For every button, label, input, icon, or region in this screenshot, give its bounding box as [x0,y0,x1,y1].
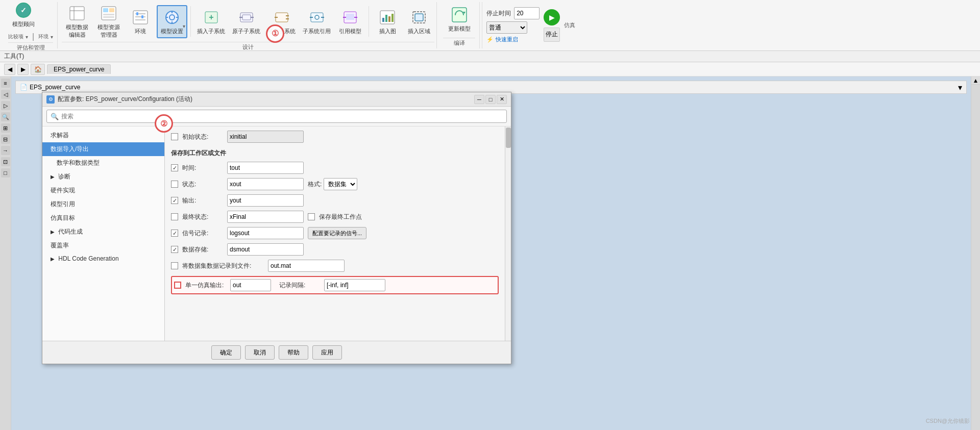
sidebar-btn-3[interactable]: ▷ [1,101,10,110]
stop-time-input[interactable] [514,7,540,19]
final-state-row: 最终状态: 保存最终工作点 [171,211,499,223]
config-dialog: ⚙ 配置参数: EPS_power_curve/Configuration (活… [42,92,511,364]
nav-tab-eps[interactable]: EPS_power_curve [47,64,111,74]
initial-state-checkbox[interactable] [171,133,178,140]
insert-chart-btn[interactable]: 插入图 [372,6,403,37]
stop-button[interactable]: 停止 [544,28,560,42]
nav-item-hdl[interactable]: ▶ HDL Code Generation [42,252,164,265]
data-store-checkbox[interactable] [171,246,178,253]
sidebar-btn-2[interactable]: ◁ [1,90,10,99]
sidebar-btn-8[interactable]: ⊡ [1,157,10,166]
signal-log-input[interactable] [227,227,304,239]
save-final-workspace-checkbox[interactable] [308,213,315,220]
state-label: 状态: [182,180,223,189]
nav-item-diagnostics[interactable]: ▶ 诊断 [42,170,164,184]
final-state-checkbox[interactable] [171,213,178,220]
signal-log-checkbox[interactable] [171,230,178,237]
update-model-btn[interactable]: 更新模型 [443,4,475,35]
help-button[interactable]: 帮助 [279,345,308,360]
nav-item-hw-impl[interactable]: 硬件实现 [42,184,164,197]
svg-rect-2 [70,7,84,20]
apply-button[interactable]: 应用 [312,345,342,360]
dialog-search-bar: 🔍 [42,107,511,127]
nav-item-model-ref[interactable]: 模型引用 [42,197,164,211]
sidebar-btn-5[interactable]: ⊞ [1,123,10,133]
output-label: 输出: [182,196,223,205]
dataset-file-checkbox[interactable] [171,262,178,269]
model-advisor-btn[interactable]: ✓ 模型顾问 [8,0,39,30]
interval-input[interactable] [324,279,385,291]
sidebar-btn-7[interactable]: → [1,146,10,155]
single-sim-out-input[interactable] [230,279,271,291]
right-sidebar-btn[interactable]: ▲ [971,77,980,85]
data-editor-btn[interactable]: 模型数据编辑器 [62,2,92,41]
ok-button[interactable]: 确定 [211,345,241,360]
settings-scrollbar[interactable] [505,127,511,341]
eval-bottom: 比较项 ▾ | 环境 ▾ [8,32,53,41]
configure-signals-btn[interactable]: 配置要记录的信号... [308,227,366,239]
nav-item-solver[interactable]: 求解器 [42,129,164,142]
nav-back-btn[interactable]: ◀ [4,64,15,75]
dialog-minimize-btn[interactable]: ─ [474,95,484,104]
format-dropdown[interactable]: 数据集 [324,178,357,190]
menubar-tools[interactable]: 工具(T) [4,52,24,61]
final-state-input[interactable] [227,211,304,223]
svg-rect-42 [385,15,387,22]
resource-manager-btn[interactable]: 模型资源管理器 [93,2,124,41]
eval-group: ✓ 模型顾问 比较项 ▾ | 环境 ▾ 评估和管理 [4,2,58,48]
nav-item-sim-target[interactable]: 仿真目标 [42,211,164,225]
nav-item-data-io[interactable]: 数据导入/导出 [42,142,164,156]
dataset-file-row: 将数据集数据记录到文件: [171,260,499,272]
nav-item-coverage[interactable]: 覆盖率 [42,239,164,252]
svg-text:+: + [209,13,213,21]
environment-btn[interactable]: 环境 [38,33,48,40]
initial-state-input[interactable] [227,131,304,143]
main-toolbar: ✓ 模型顾问 比较项 ▾ | 环境 ▾ 评估和管理 模型数据编辑器 [0,0,980,51]
run-button[interactable] [544,9,560,26]
nav-item-code-gen[interactable]: ▶ 代码生成 [42,225,164,239]
atomic-subsystem-icon [237,8,256,27]
sidebar-btn-1[interactable]: ≡ [1,79,10,88]
nav-home-btn[interactable]: 🏠 [31,64,45,75]
subsystem-ref-label: 子系统引用 [303,28,331,35]
sim-mode-dropdown[interactable]: 普通 [486,21,527,34]
data-store-input[interactable] [227,243,304,256]
state-input[interactable] [227,178,304,190]
state-checkbox[interactable] [171,181,178,188]
add-subsystem-btn[interactable]: + 插入子系统 [194,6,228,37]
update-model-label: 更新模型 [448,25,471,33]
left-sidebar: ≡ ◁ ▷ 🔍 ⊞ ⊟ → ⊡ □ [0,77,11,430]
sidebar-btn-9[interactable]: □ [1,168,10,178]
subsystem-ref-btn[interactable]: 子系统引用 [300,6,334,37]
tune-editor-btn[interactable]: 环境 [125,6,156,37]
ref-model-btn[interactable]: 引用模型 [335,6,365,37]
dataset-file-input[interactable] [268,260,345,272]
sidebar-btn-4[interactable]: 🔍 [1,112,10,121]
insert-area-btn[interactable]: 插入区域 [404,6,434,37]
single-sim-out-checkbox[interactable] [174,282,181,289]
atomic-subsystem-btn[interactable]: 原子子系统 [229,6,263,37]
output-input[interactable] [227,194,304,207]
compare-items-btn[interactable]: 比较项 [8,33,23,40]
dialog-close-btn[interactable]: ✕ [497,95,507,104]
run-stop-btns: 停止 [544,9,560,42]
dialog-maximize-btn[interactable]: □ [485,95,496,104]
model-expand-btn[interactable]: ▾ [958,83,962,92]
update-model-icon [450,6,469,24]
insert-chart-icon [378,8,397,27]
quick-restart-btn[interactable]: ⚡ 快速重启 [486,36,540,43]
nav-item-math-types[interactable]: 数学和数据类型 [42,156,164,170]
svg-rect-43 [388,16,390,22]
sidebar-btn-6[interactable]: ⊟ [1,135,10,144]
sim-controls: 停止时间 普通 ⚡ 快速重启 停止 仿真 [482,2,579,48]
resource-manager-icon [100,4,118,22]
model-settings-btn[interactable]: 模型设置 ▾ [157,5,187,38]
sim-label-wrap: 仿真 [564,21,575,29]
eval-top: ✓ 模型顾问 [8,0,53,30]
cancel-button[interactable]: 取消 [245,345,275,360]
output-checkbox[interactable] [171,197,178,204]
search-input[interactable] [46,110,507,123]
time-input[interactable] [227,162,304,174]
nav-forward-btn[interactable]: ▶ [17,64,29,75]
time-checkbox[interactable] [171,164,178,171]
